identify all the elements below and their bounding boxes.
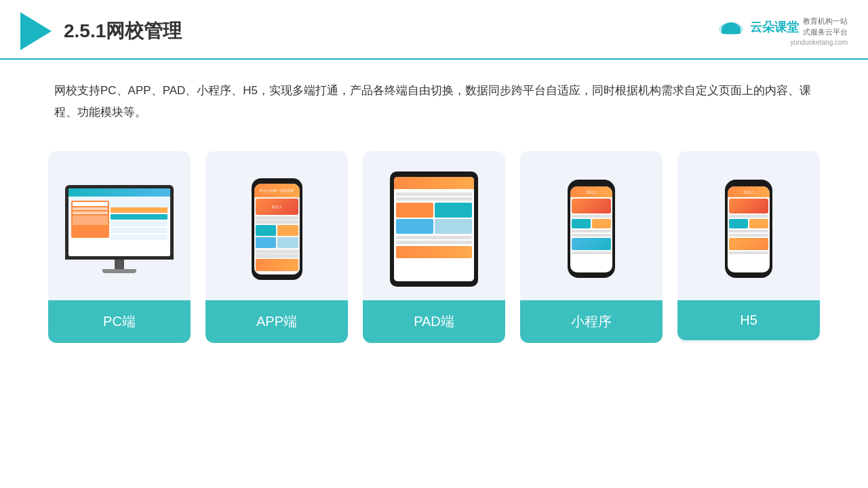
pad-card: PAD端 <box>363 151 505 343</box>
app-card: 职达人的第一堂职涯课 职达人 <box>205 151 348 343</box>
svg-rect-5 <box>722 28 741 34</box>
description-text: 网校支持PC、APP、PAD、小程序、H5，实现多端打通，产品各终端自由切换，数… <box>0 60 868 131</box>
header-left: 2.5.1网校管理 <box>20 12 182 50</box>
page-title: 2.5.1网校管理 <box>64 18 182 44</box>
logo-triangle-icon <box>20 12 52 50</box>
miniapp-image-area: 职达人 <box>520 151 663 300</box>
h5-card: 职达人 H5 <box>677 151 820 343</box>
pc-monitor-icon <box>65 185 174 273</box>
brand-name: 云朵课堂 <box>750 19 799 35</box>
h5-label: H5 <box>677 300 820 340</box>
pad-tablet-icon <box>390 171 478 287</box>
pc-card: PC端 <box>48 151 191 343</box>
miniapp-label: 小程序 <box>520 300 663 343</box>
brand-logo: 云朵课堂 教育机构一站 式服务云平台 yunduoketang.com <box>716 16 848 46</box>
pad-label: PAD端 <box>363 300 505 343</box>
app-phone-icon: 职达人的第一堂职涯课 职达人 <box>252 178 302 280</box>
cards-container: PC端 职达人的第一堂职涯课 职达人 <box>0 131 868 363</box>
brand-icon-row: 云朵课堂 教育机构一站 式服务云平台 <box>716 16 848 37</box>
miniapp-card: 职达人 小程序 <box>520 151 663 343</box>
h5-phone-icon: 职达人 <box>725 180 772 278</box>
brand-tagline: 教育机构一站 式服务云平台 <box>803 16 848 37</box>
miniapp-phone-icon: 职达人 <box>568 180 615 278</box>
pc-label: PC端 <box>48 300 191 343</box>
pc-image-area <box>48 151 191 300</box>
app-image-area: 职达人的第一堂职涯课 职达人 <box>205 151 348 300</box>
h5-image-area: 职达人 <box>677 151 820 300</box>
app-label: APP端 <box>205 300 348 343</box>
header: 2.5.1网校管理 云朵课堂 教育机构一站 式服务云平台 yunduoketan… <box>0 0 868 60</box>
brand-url: yunduoketang.com <box>790 39 848 46</box>
cloud-icon <box>716 17 746 37</box>
pad-image-area <box>363 151 505 300</box>
